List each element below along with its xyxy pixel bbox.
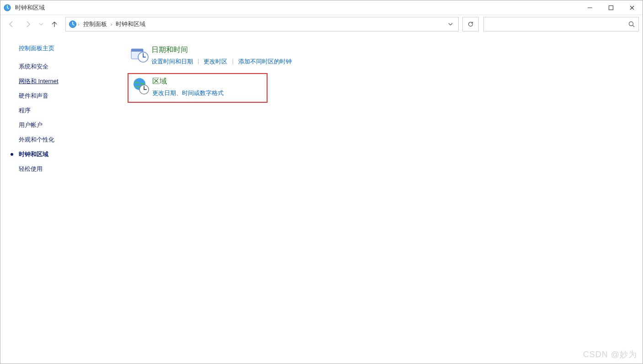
link-change-date-time-number-format[interactable]: 更改日期、时间或数字格式 xyxy=(152,89,224,97)
sidebar-item-appearance[interactable]: 外观和个性化 xyxy=(19,136,119,144)
link-set-time-date[interactable]: 设置时间和日期 xyxy=(151,58,193,66)
separator: | xyxy=(232,58,233,66)
sidebar-item-clock-region[interactable]: 时钟和区域 xyxy=(19,150,119,158)
clock-region-icon xyxy=(69,20,77,28)
svg-rect-5 xyxy=(131,49,143,52)
address-bar[interactable]: › 控制面板 › 时钟和区域 xyxy=(65,17,459,32)
link-add-other-timezone-clocks[interactable]: 添加不同时区的时钟 xyxy=(238,58,292,66)
sidebar-item-network-internet[interactable]: 网络和 Internet xyxy=(19,77,119,85)
up-button[interactable] xyxy=(47,17,62,32)
sidebar-item-hardware-sound[interactable]: 硬件和声音 xyxy=(19,92,119,100)
chevron-right-icon: › xyxy=(110,21,113,27)
category-region: 区域 更改日期、时间或数字格式 xyxy=(128,73,268,103)
minimize-button[interactable] xyxy=(579,0,600,15)
sidebar-item-programs[interactable]: 程序 xyxy=(19,106,119,115)
breadcrumb-item[interactable]: 控制面板 xyxy=(80,19,110,29)
region-icon xyxy=(131,77,150,95)
date-time-icon xyxy=(130,45,149,63)
address-dropdown-button[interactable] xyxy=(445,18,456,30)
chevron-right-icon: › xyxy=(77,21,80,27)
content-area: 控制面板主页 系统和安全 网络和 Internet 硬件和声音 程序 用户帐户 … xyxy=(0,33,643,364)
back-button[interactable] xyxy=(4,17,19,32)
category-date-time: 日期和时间 设置时间和日期 | 更改时区 | 添加不同时区的时钟 xyxy=(128,42,643,70)
maximize-button[interactable] xyxy=(600,0,622,15)
forward-button[interactable] xyxy=(21,17,35,32)
control-panel-home-link[interactable]: 控制面板主页 xyxy=(19,44,119,53)
sidebar-item-user-accounts[interactable]: 用户帐户 xyxy=(19,121,119,129)
close-button[interactable] xyxy=(622,0,643,15)
link-change-timezone[interactable]: 更改时区 xyxy=(204,58,227,66)
search-icon xyxy=(628,21,635,27)
window-title: 时钟和区域 xyxy=(15,4,45,12)
svg-rect-1 xyxy=(609,5,613,10)
sidebar: 控制面板主页 系统和安全 网络和 Internet 硬件和声音 程序 用户帐户 … xyxy=(0,33,119,364)
recent-locations-button[interactable] xyxy=(37,17,45,32)
title-bar: 时钟和区域 xyxy=(0,0,643,15)
sidebar-item-ease-of-access[interactable]: 轻松使用 xyxy=(19,165,119,173)
window-controls xyxy=(579,0,643,15)
breadcrumb-item[interactable]: 时钟和区域 xyxy=(113,19,148,29)
svg-point-3 xyxy=(629,22,633,26)
sidebar-item-system-security[interactable]: 系统和安全 xyxy=(19,63,119,71)
main-panel: 日期和时间 设置时间和日期 | 更改时区 | 添加不同时区的时钟 xyxy=(119,33,643,364)
search-input[interactable] xyxy=(483,17,639,32)
category-title-date-time[interactable]: 日期和时间 xyxy=(151,45,292,55)
navigation-bar: › 控制面板 › 时钟和区域 xyxy=(0,15,643,33)
refresh-button[interactable] xyxy=(462,17,479,32)
category-title-region[interactable]: 区域 xyxy=(152,77,224,86)
clock-region-app-icon xyxy=(3,4,11,12)
separator: | xyxy=(198,58,199,66)
